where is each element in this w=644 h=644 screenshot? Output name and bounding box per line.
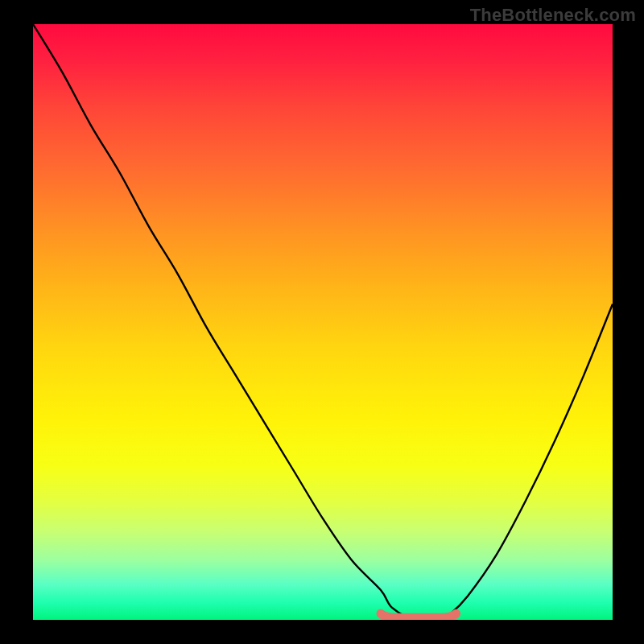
bottleneck-curve — [33, 24, 613, 620]
plot-area — [33, 24, 613, 620]
optimal-range-marker — [381, 613, 456, 617]
chart-svg — [33, 24, 613, 620]
chart-frame: TheBottleneck.com — [0, 0, 644, 644]
watermark-text: TheBottleneck.com — [470, 5, 636, 26]
